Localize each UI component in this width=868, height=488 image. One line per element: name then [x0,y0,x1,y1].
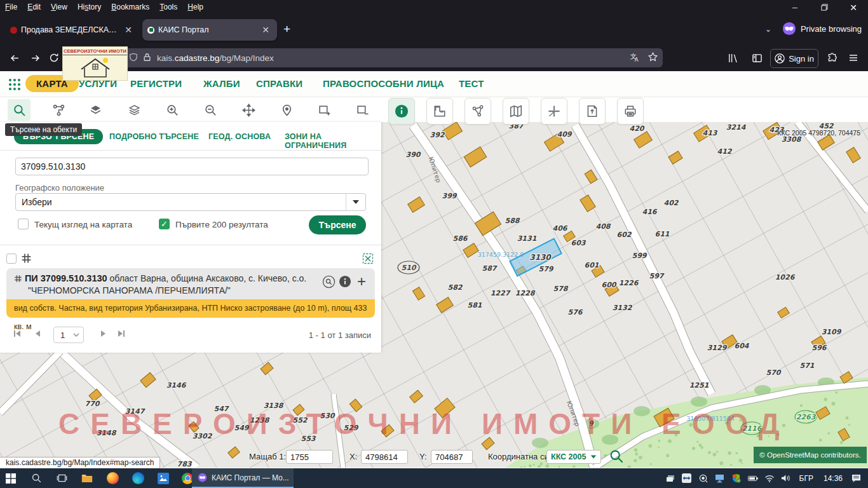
tab-detailed-search[interactable]: ПОДРОБНО ТЪРСЕНЕ [109,132,199,141]
firefox-icon[interactable] [103,468,122,488]
wifi-icon[interactable] [761,468,778,488]
layered-windows-icon[interactable] [662,468,679,488]
result-add-icon[interactable]: + [355,274,369,288]
tab2-close-icon[interactable]: ✕ [259,25,272,35]
tab1-close-icon[interactable]: ✕ [122,25,135,35]
svg-text:3130: 3130 [529,253,552,262]
menu-bookmarks[interactable]: Bookmarks [106,0,154,15]
page-select[interactable]: 1 [53,327,84,343]
nav-item-test[interactable]: ТЕСТ [459,78,484,89]
start-button[interactable] [1,468,20,488]
extensions-icon[interactable] [824,50,840,66]
result-zoom-icon[interactable] [322,274,336,288]
pagination-last-icon[interactable] [117,329,126,341]
tab-kais-portal[interactable]: КАИС Портал ✕ [142,19,277,41]
menu-help[interactable]: Help [182,0,208,15]
reload-icon[interactable] [46,50,62,66]
svg-text:3131: 3131 [517,234,537,243]
current-view-label: Текущ изглед на картата [34,220,132,229]
search-input[interactable] [15,158,369,175]
volume-icon[interactable] [778,468,794,488]
result-item[interactable]: ПИ 37099.510.3130 област Варна, община А… [6,268,375,318]
nav-item-zhalbi[interactable]: ЖАЛБИ [203,78,240,89]
teamviewer-icon[interactable] [679,468,695,488]
nav-item-spravki[interactable]: СПРАВКИ [256,78,302,89]
coordinates-grid-button[interactable] [541,98,567,125]
add-rectangle-icon[interactable] [313,99,336,121]
bookmark-star-icon[interactable] [648,51,658,64]
measure-length-button[interactable] [426,98,453,125]
lock-icon[interactable] [143,53,151,64]
back-icon[interactable] [6,50,23,66]
forward-icon[interactable] [27,50,43,66]
monitor-icon[interactable] [712,468,728,488]
sidebar-toggle-icon[interactable] [749,50,765,66]
tab-listing-page[interactable]: Продава ЗЕМЕДЕЛСКА ЗЕМЯ в ✕ [5,19,140,41]
zoom-out-icon[interactable] [199,99,222,121]
menu-view[interactable]: View [46,0,72,15]
crs-select[interactable]: ККС 2005 [546,450,601,464]
url-field[interactable]: kais.cadastre.bg/bg/Map/Index 文A [92,48,663,67]
tab-geodetic-basis[interactable]: ГЕОД. ОСНОВА [208,132,271,141]
taskbar-active-app[interactable]: КАИС Портал — Mo... [192,468,294,488]
photos-icon[interactable] [154,468,173,488]
select-all-checkbox[interactable] [6,254,17,264]
translate-icon[interactable]: 文A [630,51,641,64]
close-button[interactable]: ✕ [839,0,868,15]
y-input[interactable] [431,450,473,464]
shield-permissions-icon[interactable] [129,53,138,64]
library-icon[interactable] [724,50,741,66]
zoom-extent-icon[interactable] [362,253,374,267]
route-tool-icon[interactable] [47,99,70,121]
action-center-icon[interactable] [848,468,864,488]
basemap-button[interactable] [503,98,529,125]
result-info-icon[interactable] [338,274,352,288]
menu-hamburger-icon[interactable] [845,50,862,66]
sign-in-button[interactable]: Sign in [770,49,818,68]
search-button[interactable]: Търсене [309,215,366,234]
remove-rectangle-icon[interactable] [351,99,374,121]
new-tab-button[interactable]: + [283,22,290,36]
location-pin-icon[interactable] [275,99,298,121]
maximize-button[interactable] [810,0,839,15]
apps-grid-icon[interactable] [8,78,22,92]
taskbar-clock[interactable]: 14:36 [818,474,848,483]
pagination-prev-icon[interactable] [33,329,42,341]
geo-position-select[interactable]: Избери [15,193,366,211]
measure-area-button[interactable] [465,98,491,125]
menu-history[interactable]: History [72,0,106,15]
camera-icon[interactable] [695,468,712,488]
task-view-icon[interactable] [52,468,71,488]
edge-icon[interactable] [128,468,147,488]
map-search-icon[interactable] [609,449,624,466]
menu-edit[interactable]: Edit [22,0,46,15]
pagination-first-icon[interactable] [13,329,22,341]
battery-icon[interactable] [745,468,761,488]
print-button[interactable] [617,98,644,125]
layers-outline-icon[interactable] [123,99,146,121]
tab-list-chevron-icon[interactable]: ⌄ [765,25,771,34]
first-200-checkbox[interactable]: ✓ [159,219,170,229]
osm-attribution[interactable]: © OpenStreetMap contributors. [754,447,867,463]
scale-input[interactable] [286,450,333,464]
taskbar-search-icon[interactable] [27,468,46,488]
geo-select-arrow[interactable] [346,194,365,210]
nav-item-registri[interactable]: РЕГИСТРИ [130,78,182,89]
search-objects-icon[interactable] [8,99,31,121]
file-explorer-icon[interactable] [78,468,97,488]
pan-tool-icon[interactable] [237,99,260,121]
keyboard-language[interactable]: БГР [794,474,818,483]
security-shield-icon[interactable] [728,468,745,488]
layers-filled-icon[interactable] [84,99,107,121]
tab-restriction-zones[interactable]: ЗОНИ НА ОГРАНИЧЕНИЯ [285,132,381,150]
info-tool-button[interactable] [388,98,415,125]
current-view-checkbox[interactable] [18,219,29,229]
minimize-button[interactable]: ─ [780,0,810,15]
export-button[interactable] [579,98,606,125]
zoom-in-icon[interactable] [161,99,184,121]
x-input[interactable] [361,450,408,464]
menu-file[interactable]: File [0,0,22,15]
menu-tools[interactable]: Tools [154,0,182,15]
nav-item-pravosposobni[interactable]: ПРАВОСПОСОБНИ ЛИЦА [323,78,444,89]
pagination-next-icon[interactable] [99,329,108,341]
